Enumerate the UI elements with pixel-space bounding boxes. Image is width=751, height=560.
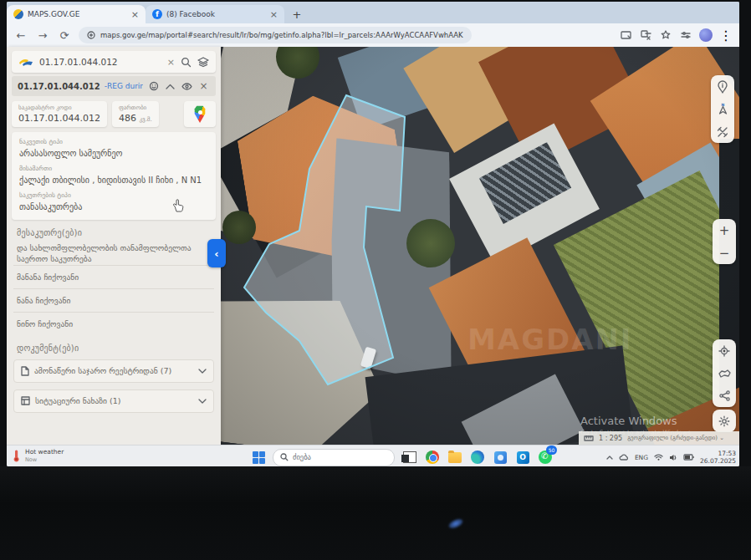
extensions-icon[interactable] bbox=[679, 28, 692, 42]
install-app-icon[interactable] bbox=[619, 28, 632, 42]
drawing-icon bbox=[21, 396, 30, 405]
tab-maps-gov-ge[interactable]: MAPS.GOV.GE × bbox=[7, 5, 146, 23]
cadastral-code-label: საკადასტრო კოდი bbox=[18, 104, 100, 111]
zoom-panel: + − bbox=[713, 219, 736, 264]
document-icon bbox=[21, 366, 29, 376]
tray-date: 26.07.2025 bbox=[700, 457, 736, 465]
field-label: მისამართი bbox=[19, 165, 208, 172]
google-maps-pin-icon bbox=[194, 105, 207, 123]
laptop-body bbox=[0, 466, 751, 560]
document-label: სიტუაციური ნახაზი (1) bbox=[35, 396, 193, 405]
georgia-extent-button[interactable] bbox=[713, 362, 736, 384]
owners-note: და სახლთმფლობელობის თანამფლობელთა საერთო… bbox=[17, 243, 211, 265]
file-explorer-icon[interactable] bbox=[447, 450, 462, 465]
owner-row: ნინო ჩიქოვანი bbox=[13, 312, 214, 335]
field-value: არასასოფლო სამეურნეო bbox=[19, 148, 208, 159]
search-input[interactable]: 01.17.01.044.012 bbox=[39, 57, 161, 67]
cadastral-code-card: საკადასტრო კოდი 01.17.01.044.012 bbox=[12, 101, 107, 127]
share-button[interactable] bbox=[713, 384, 736, 407]
compass-north-button[interactable]: N bbox=[711, 98, 734, 120]
battery-icon[interactable] bbox=[683, 454, 694, 461]
svg-text:N: N bbox=[721, 103, 724, 107]
url-bar[interactable]: maps.gov.ge/map/portal#search/result/lr/… bbox=[79, 27, 472, 43]
taskbar-search-placeholder: ძიება bbox=[293, 453, 311, 461]
volume-icon[interactable] bbox=[669, 454, 677, 461]
identify-info-button[interactable] bbox=[711, 75, 734, 98]
tab-facebook[interactable]: f (8) Facebook × bbox=[146, 5, 284, 23]
translate-icon[interactable] bbox=[639, 28, 652, 42]
map-watermark: MAGDANI bbox=[467, 323, 633, 356]
forward-icon[interactable]: → bbox=[35, 29, 50, 42]
weather-subtitle: Now bbox=[25, 456, 64, 463]
area-label: ფართობი bbox=[119, 104, 152, 111]
reload-icon[interactable]: ⟳ bbox=[57, 29, 72, 42]
layers-icon[interactable] bbox=[197, 57, 209, 68]
selected-parcel-outline bbox=[221, 47, 739, 445]
area-value: 486 კვ.მ. bbox=[119, 113, 152, 124]
browser-menu-icon[interactable]: ⋮ bbox=[719, 28, 733, 42]
close-panel-icon[interactable]: × bbox=[197, 80, 210, 93]
coordinate-system-dropdown[interactable]: გეოგრაფიული (გრძედი-განედი) ⌄ bbox=[627, 435, 724, 441]
documents-section-title: დოკუმენტ(ებ)ი bbox=[17, 344, 211, 353]
field-label: ნაკვეთის ტიპი bbox=[19, 138, 208, 145]
edge-app-icon[interactable] bbox=[470, 450, 485, 465]
map-actions-panel bbox=[713, 339, 736, 407]
document-row-situational-drawing[interactable]: სიტუაციური ნახაზი (1) bbox=[13, 389, 214, 413]
taskbar-search[interactable]: ძიება bbox=[273, 449, 395, 466]
measure-tools-button[interactable] bbox=[711, 120, 734, 143]
language-indicator[interactable]: ENG bbox=[635, 454, 648, 461]
parcel-panel-header: 01.17.01.044.012 -REG during archiving × bbox=[12, 76, 216, 96]
map-scale-bar: 1 : 295 გეოგრაფიული (გრძედი-განედი) ⌄ bbox=[579, 431, 739, 445]
start-button[interactable] bbox=[253, 451, 265, 464]
search-icon bbox=[280, 453, 289, 461]
weather-widget[interactable]: Hot weather Now bbox=[12, 448, 64, 463]
tab-close-icon[interactable]: × bbox=[270, 10, 278, 19]
site-info-icon[interactable] bbox=[87, 31, 95, 39]
bookmark-star-icon[interactable] bbox=[659, 28, 672, 42]
back-icon[interactable]: ← bbox=[13, 29, 28, 42]
browser-tabstrip: MAPS.GOV.GE × f (8) Facebook × + bbox=[7, 2, 739, 23]
area-unit: კვ.მ. bbox=[139, 116, 151, 123]
my-location-button[interactable] bbox=[713, 339, 736, 362]
outlook-app-icon[interactable] bbox=[515, 450, 530, 465]
tab-label: MAPS.GOV.GE bbox=[28, 10, 79, 18]
gear-icon[interactable] bbox=[713, 410, 736, 432]
search-icon[interactable] bbox=[181, 57, 192, 68]
wifi-icon[interactable] bbox=[654, 454, 663, 461]
onedrive-cloud-icon[interactable] bbox=[619, 454, 629, 461]
field-value: ქალაქი თბილისი , ხიდისთავის II ჩიხი , N … bbox=[19, 175, 208, 186]
zoom-in-button[interactable]: + bbox=[713, 219, 736, 242]
visibility-icon[interactable] bbox=[181, 80, 193, 93]
chrome-app-icon[interactable] bbox=[425, 450, 440, 465]
tab-close-icon[interactable]: × bbox=[131, 10, 139, 19]
clear-search-icon[interactable]: × bbox=[167, 57, 175, 68]
owner-row: ნანა ჩიქოვანი bbox=[13, 288, 214, 312]
parcel-details-card: ნაკვეთის ტიპი არასასოფლო სამეურნეო მისამ… bbox=[12, 132, 216, 220]
google-maps-button[interactable] bbox=[184, 101, 216, 127]
maps-favicon bbox=[13, 9, 23, 19]
zoom-out-button[interactable]: − bbox=[713, 242, 736, 264]
tab-label: (8) Facebook bbox=[166, 10, 215, 18]
collapse-panel-icon[interactable] bbox=[164, 80, 176, 93]
search-bar[interactable]: 01.17.01.044.012 × bbox=[12, 51, 216, 73]
chevron-down-icon[interactable] bbox=[198, 399, 207, 404]
task-view-button[interactable] bbox=[402, 450, 417, 465]
whatsapp-app-icon[interactable]: 50 bbox=[538, 450, 553, 465]
settings-panel bbox=[713, 410, 736, 432]
aerial-map-canvas[interactable]: MAGDANI N + − Activate Windows Go to Se bbox=[221, 47, 739, 445]
chevron-down-icon[interactable] bbox=[198, 369, 207, 374]
new-tab-button[interactable]: + bbox=[289, 7, 304, 22]
parcel-code-title: 01.17.01.044.012 bbox=[18, 82, 100, 91]
system-tray: ENG 17:53 26.07.2025 bbox=[606, 445, 736, 466]
clock-widget[interactable]: 17:53 26.07.2025 bbox=[700, 450, 736, 465]
document-row-registry-extract[interactable]: ამონაწერი საჯარო რეესტრიდან (7) bbox=[13, 359, 214, 383]
parcel-status: -REG during archiving bbox=[105, 82, 143, 90]
summary-cards: საკადასტრო კოდი 01.17.01.044.012 ფართობი… bbox=[12, 101, 216, 127]
profile-avatar[interactable] bbox=[699, 28, 713, 42]
photos-app-icon[interactable] bbox=[493, 450, 508, 465]
feedback-icon[interactable] bbox=[147, 80, 160, 93]
thermometer-icon bbox=[12, 450, 21, 462]
field-label: საკუთრების ტიპი bbox=[19, 191, 208, 199]
sidebar-collapse-button[interactable]: ‹ bbox=[207, 239, 226, 267]
tray-chevron-icon[interactable] bbox=[606, 456, 613, 460]
